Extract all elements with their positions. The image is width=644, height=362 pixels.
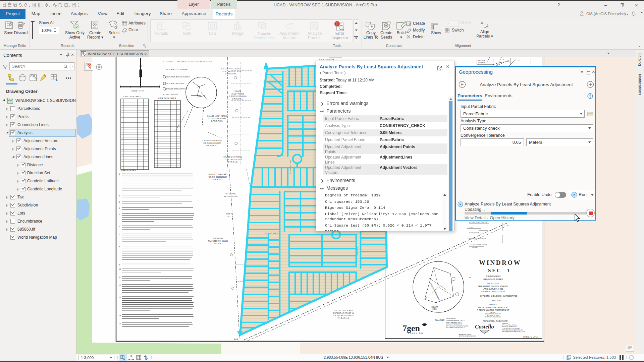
svg-text:CALLED 2.0000 ACRES: CALLED 2.0000 ACRES xyxy=(203,139,222,141)
svg-text:C.F. NO. 26150129164: C.F. NO. 26150129164 xyxy=(208,176,227,178)
svg-text:O.P.R.R.P.H.C.: O.P.R.R.P.H.C. xyxy=(211,120,223,122)
svg-text:TELEPHONE (281) 555-0100: TELEPHONE (281) 555-0100 xyxy=(485,316,501,318)
svg-text:ZURB PARK: ZURB PARK xyxy=(213,237,223,239)
svg-text:A SUBDIVISION: A SUBDIVISION xyxy=(486,275,500,277)
svg-text:AW HALVERT:CH-BH: AW HALVERT:CH-BH xyxy=(459,334,471,335)
svg-text:1.7: 1.7 xyxy=(518,60,520,61)
svg-text:ENGINEER / SURVEYOR:: ENGINEER / SURVEYOR: xyxy=(483,320,508,322)
svg-text:1: 1 xyxy=(119,173,120,175)
svg-text:WINROW FARM: WINROW FARM xyxy=(265,232,278,234)
svg-text:HOUSTON, TEXAS 77042: HOUSTON, TEXAS 77042 xyxy=(502,326,517,327)
svg-text:PARCEL NOTES: PARCEL NOTES xyxy=(121,169,136,171)
svg-text:9: 9 xyxy=(119,264,120,266)
svg-text:LINE DATA TABLE: LINE DATA TABLE xyxy=(158,97,176,99)
svg-text:1 - INDICATES LOT NUMBER: 1 - INDICATES LOT NUMBER xyxy=(163,68,188,70)
svg-text:27th Crystal Blvd, 2nd Floor: 27th Crystal Blvd, 2nd Floor xyxy=(502,324,517,326)
svg-text:107 LOTS 2 BLOCKS 12 RESER: 107 LOTS 2 BLOCKS 12 RESERVES xyxy=(480,295,518,297)
svg-text:CALLED 15.624 ACRES: CALLED 15.624 ACRES xyxy=(207,115,227,117)
svg-text:THE HARRIS COUNTY SCHOOL: THE HARRIS COUNTY SCHOOL xyxy=(478,285,508,287)
svg-text:Costello: Costello xyxy=(475,323,494,330)
svg-text:12: 12 xyxy=(119,284,121,286)
svg-text:T PG SPACE C UP * YRDUW: T PG SPACE C UP * YRDUW xyxy=(468,238,486,240)
svg-text:TBPLS FIRM REGISTRATION NO. 10: TBPLS FIRM REGISTRATION NO. 10046 xyxy=(502,331,525,333)
svg-text:36: 36 xyxy=(469,277,471,279)
svg-text:13: 13 xyxy=(119,296,121,298)
svg-text:# - RECORD LINE: # - RECORD LINE xyxy=(163,94,178,96)
svg-text:HELD AT: HELD AT xyxy=(432,306,438,308)
svg-text:PLANNER:: PLANNER: xyxy=(435,319,445,321)
svg-text:18409 PLNT RPL SUITE 100: 18409 PLNT RPL SUITE 100 xyxy=(485,313,501,315)
svg-text:2601 S. MAIN AVE., S STE: 2601 S. MAIN AVE., S STE xyxy=(446,322,462,323)
svg-text:CALLED 1.619 ACRES: CALLED 1.619 ACRES xyxy=(223,156,242,158)
svg-text:6 - INDICATES RESERVE: 6 - INDICATES RESERVE xyxy=(163,82,184,84)
svg-text:SCALE: 1″=40′: SCALE: 1″=40′ xyxy=(131,90,144,92)
svg-text:TBN PLANNING: TBN PLANNING xyxy=(446,318,455,319)
svg-text:8: 8 xyxy=(119,246,120,248)
svg-text:Pentecostal Landscape 77479 #T: Pentecostal Landscape 77479 #T xyxy=(446,320,465,321)
svg-text:HARRIS COUNTY, TEXAS: HARRIS COUNTY, TEXAS xyxy=(481,291,505,293)
svg-text:T.H.R.A.P.H.C.: T.H.R.A.P.H.C. xyxy=(337,317,350,319)
svg-text:WHY AND REPAIR RUN * GATE: WHY AND REPAIR RUN * GATE xyxy=(469,221,489,223)
svg-text:P.O.B.: P.O.B. xyxy=(234,339,238,340)
svg-text:PULTE HOMES OF TEXAS, L.P.,: PULTE HOMES OF TEXAS, L.P., xyxy=(478,306,508,308)
svg-text:T LF KOC:: T LF KOC: xyxy=(468,227,474,228)
svg-text:HOUSTON,TX 77084: HOUSTON,TX 77084 xyxy=(487,315,499,316)
svg-text:15: 15 xyxy=(119,322,121,324)
svg-text:HOU OFF NO·SAN ANTONIO·TX: HOU OFF NO·SAN ANTONIO·TX xyxy=(446,327,466,328)
svg-text:TBPC REG LND CONSULTNT NO 263: TBPC REG LND CONSULTNT NO 263 xyxy=(446,325,468,327)
svg-text:C.F. NO.RP-2018-136350: C.F. NO.RP-2018-136350 xyxy=(221,70,241,72)
svg-text:PROJECT: PROJECT xyxy=(478,60,485,62)
svg-text:11: 11 xyxy=(119,276,120,278)
svg-text:A TEXAS LIMITED PARTNERSHIP: A TEXAS LIMITED PARTNERSHIP xyxy=(477,309,509,311)
svg-text:~ - STREET NAME CHANGE: ~ - STREET NAME CHANGE xyxy=(163,88,187,90)
svg-text:DEPOSIT A.P. TRACT 13: DEPOSIT A.P. TRACT 13 xyxy=(333,312,354,314)
svg-text:APPLYING PLAT 16963 SEM: APPLYING PLAT 16963 SEM xyxy=(459,336,476,337)
svg-text:C.F. NO HP2015-0603: C.F. NO HP2015-0603 xyxy=(224,159,242,161)
svg-text:!: ! xyxy=(336,21,338,26)
svg-text:C.T. NO.2018-0584: C.T. NO.2018-0584 xyxy=(319,58,334,60)
svg-text:O.P.R.R.P.H.C.: O.P.R.R.P.H.C. xyxy=(206,144,218,146)
svg-text:OWNER: OWNER xyxy=(489,303,497,306)
svg-text:2: 2 xyxy=(119,195,120,197)
svg-text:TBPE FIRM REGISTRATION NO 280: TBPE FIRM REGISTRATION NO 280 xyxy=(502,329,523,331)
svg-text:* - ROAD SEC - NW JRW RD ACCES: * - ROAD SEC - NW JRW RD ACCESS EASEMENT… xyxy=(163,61,212,63)
svg-text:MOT. P: MOT. P xyxy=(226,213,232,215)
svg-text:C.F. NO. RP 2017 46055: C.F. NO. RP 2017 46055 xyxy=(333,314,354,316)
svg-text:C.F. NO.20150629364: C.F. NO.20150629364 xyxy=(208,118,226,120)
svg-text:BEING 54.50 ACRES: BEING 54.50 ACRES xyxy=(483,278,502,280)
svg-text:P.O.B.: P.O.B. xyxy=(433,308,437,310)
svg-text:W H W WONE T: W H W WONE T xyxy=(469,232,479,234)
svg-text:SHEET 2 OF 3: SHEET 2 OF 3 xyxy=(523,336,538,338)
svg-text:LAND SURVEY, A-333,: LAND SURVEY, A-333, xyxy=(483,288,503,290)
svg-text:LOCATION: LOCATION xyxy=(478,62,485,64)
svg-text:CALLTE: CALLTE xyxy=(234,90,241,92)
svg-text:H.C.M.R.: H.C.M.R. xyxy=(214,242,222,244)
svg-text:7: 7 xyxy=(119,234,120,236)
svg-text:KEY MAP: KEY MAP xyxy=(472,247,478,248)
svg-text:O.P.R.R.P.H.C.: O.P.R.R.P.H.C. xyxy=(212,178,224,180)
svg-text:LINING INC: LINING INC xyxy=(502,323,508,324)
svg-text:14: 14 xyxy=(119,314,121,316)
svg-text:CALLED 22.412 ACRES: CALLED 22.412 ACRES xyxy=(221,68,241,70)
svg-text:29.LOT ACRES: 29.LOT ACRES xyxy=(231,93,244,95)
svg-text:34 L: 34 L xyxy=(227,216,231,218)
svg-text:O.T.R.R.L.C.: O.T.R.R.L.C. xyxy=(228,161,238,163)
svg-text:6: 6 xyxy=(119,226,120,228)
svg-text:PLANNING: PLANNING xyxy=(408,332,424,334)
svg-text:CALLED 15.524 ACRES: CALLED 15.524 ACRES xyxy=(208,173,228,175)
svg-text:THE RUN 7: THE RUN 7 xyxy=(490,312,496,313)
svg-text:7gen: 7gen xyxy=(402,323,420,333)
svg-text:CALLED 19.02 ACRES: CALLED 19.02 ACRES xyxy=(334,309,353,311)
svg-text:P 713.783.7788 F 713.783.3580: P 713.783.7788 F 713.783.3580 xyxy=(502,328,520,329)
svg-text:MAY, 2018: MAY, 2018 xyxy=(492,299,501,301)
svg-text:N: N xyxy=(144,355,146,358)
svg-text:3: 3 xyxy=(119,201,120,203)
svg-text:10: 10 xyxy=(119,268,121,270)
svg-text:+ AS NOT CORREN SCHHCT: + AS NOT CORREN SCHHCT xyxy=(470,244,487,246)
svg-text:O.T.R.&P.H.L.: O.T.R.&P.H.L. xyxy=(232,98,243,100)
svg-text:N 21 HIGH PLAZA DR 55 B: N 21 HIGH PLAZA DR 55 B xyxy=(446,323,462,325)
svg-text:WINDROW: WINDROW xyxy=(479,259,521,266)
svg-text:FILY CODE NO. 651636: FILY CODE NO. 651636 xyxy=(208,240,228,242)
svg-text:SEC 1: SEC 1 xyxy=(488,268,511,273)
svg-text:SYCAMORE TRAIL: SYCAMORE TRAIL xyxy=(289,160,291,174)
